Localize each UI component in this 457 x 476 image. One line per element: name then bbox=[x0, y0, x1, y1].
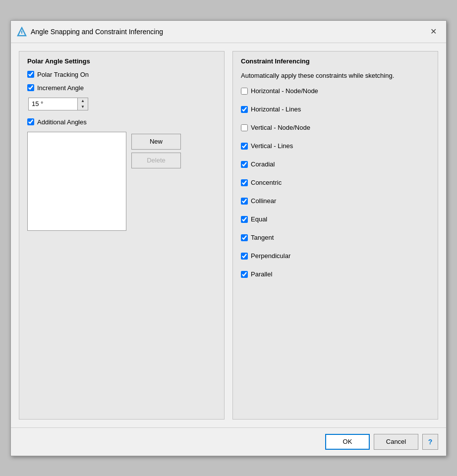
constraint-checkbox-5[interactable] bbox=[241, 179, 248, 186]
constraint-checkbox-4[interactable] bbox=[241, 161, 248, 168]
delete-button[interactable]: Delete bbox=[131, 153, 181, 168]
constraint-label-8[interactable]: Tangent bbox=[251, 234, 274, 241]
constraint-panel: Constraint Inferencing Automatically app… bbox=[232, 51, 438, 420]
constraint-label-3[interactable]: Vertical - Lines bbox=[251, 142, 293, 150]
constraint-label-4[interactable]: Coradial bbox=[251, 160, 275, 168]
constraint-label-0[interactable]: Horizontal - Node/Node bbox=[251, 87, 318, 95]
polar-tracking-row: Polar Tracking On bbox=[27, 71, 216, 78]
increment-angle-checkbox[interactable] bbox=[27, 84, 34, 91]
constraint-row: Horizontal - Node/Node bbox=[241, 87, 430, 95]
help-button[interactable]: ? bbox=[422, 434, 438, 450]
main-dialog: Angle Snapping and Constraint Inferencin… bbox=[10, 20, 447, 456]
constraint-checkbox-8[interactable] bbox=[241, 234, 248, 241]
close-button[interactable]: ✕ bbox=[426, 25, 440, 39]
constraint-label-5[interactable]: Concentric bbox=[251, 179, 282, 186]
increment-angle-row: Increment Angle bbox=[27, 84, 216, 92]
additional-angles-label[interactable]: Additional Angles bbox=[37, 118, 87, 126]
constraint-row: Vertical - Lines bbox=[241, 142, 430, 150]
polar-tracking-checkbox[interactable] bbox=[27, 71, 34, 78]
angles-list-area: New Delete bbox=[27, 132, 216, 231]
constraint-row: Coradial bbox=[241, 160, 430, 168]
title-bar: Angle Snapping and Constraint Inferencin… bbox=[11, 21, 446, 43]
constraint-row: Vertical - Node/Node bbox=[241, 124, 430, 131]
constraint-row: Concentric bbox=[241, 179, 430, 186]
angle-value-input[interactable] bbox=[28, 98, 78, 110]
constraint-checkbox-3[interactable] bbox=[241, 143, 248, 150]
ok-button[interactable]: OK bbox=[325, 434, 370, 450]
constraint-label-2[interactable]: Vertical - Node/Node bbox=[251, 124, 310, 131]
polar-tracking-label[interactable]: Polar Tracking On bbox=[37, 71, 89, 78]
constraint-row: Equal bbox=[241, 215, 430, 223]
additional-angles-checkbox[interactable] bbox=[27, 118, 34, 125]
constraint-checkbox-0[interactable] bbox=[241, 88, 248, 95]
constraint-checkbox-2[interactable] bbox=[241, 124, 248, 131]
constraint-checkbox-10[interactable] bbox=[241, 271, 248, 278]
angles-listbox[interactable] bbox=[27, 132, 126, 231]
constraint-row: Horizontal - Lines bbox=[241, 106, 430, 113]
spinner-up-button[interactable]: ▲ bbox=[78, 98, 88, 104]
dialog-title: Angle Snapping and Constraint Inferencin… bbox=[31, 28, 422, 36]
constraint-row: Parallel bbox=[241, 270, 430, 278]
angle-input-row: ▲ ▼ bbox=[28, 98, 216, 110]
constraint-checkbox-1[interactable] bbox=[241, 106, 248, 113]
constraint-description: Automatically apply these constraints wh… bbox=[241, 71, 430, 81]
constraint-label-7[interactable]: Equal bbox=[251, 215, 267, 223]
constraint-label-6[interactable]: Collinear bbox=[251, 197, 276, 205]
constraint-checkbox-7[interactable] bbox=[241, 216, 248, 223]
constraint-panel-title: Constraint Inferencing bbox=[241, 57, 430, 65]
spinner-down-button[interactable]: ▼ bbox=[78, 104, 88, 110]
dialog-body: Polar Angle Settings Polar Tracking On I… bbox=[11, 43, 446, 427]
increment-angle-label[interactable]: Increment Angle bbox=[37, 84, 84, 92]
constraint-label-9[interactable]: Perpendicular bbox=[251, 252, 290, 260]
constraint-row: Collinear bbox=[241, 197, 430, 205]
constraint-checkbox-6[interactable] bbox=[241, 198, 248, 205]
constraint-row: Perpendicular bbox=[241, 252, 430, 260]
dialog-footer: OK Cancel ? bbox=[11, 427, 446, 456]
additional-angles-row: Additional Angles bbox=[27, 118, 216, 126]
constraint-label-1[interactable]: Horizontal - Lines bbox=[251, 106, 301, 113]
app-icon bbox=[17, 27, 27, 37]
new-button[interactable]: New bbox=[131, 134, 181, 150]
angles-buttons: New Delete bbox=[131, 132, 181, 231]
angle-spinner: ▲ ▼ bbox=[78, 98, 88, 110]
constraint-list: Horizontal - Node/NodeHorizontal - Lines… bbox=[241, 87, 430, 284]
polar-panel: Polar Angle Settings Polar Tracking On I… bbox=[19, 51, 225, 420]
constraint-checkbox-9[interactable] bbox=[241, 253, 248, 260]
polar-panel-title: Polar Angle Settings bbox=[27, 57, 216, 65]
constraint-label-10[interactable]: Parallel bbox=[251, 270, 272, 278]
constraint-row: Tangent bbox=[241, 234, 430, 241]
cancel-button[interactable]: Cancel bbox=[374, 434, 418, 450]
